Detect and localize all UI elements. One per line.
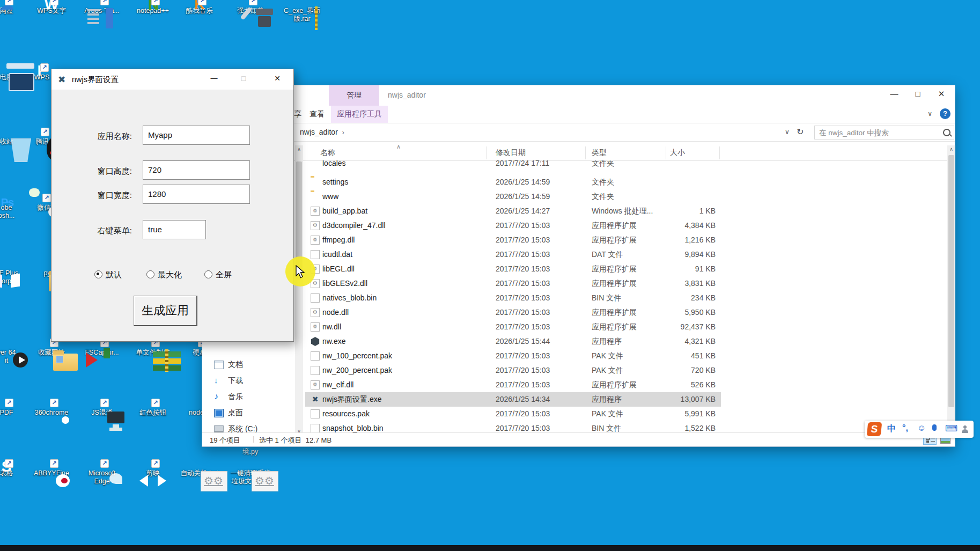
file-type-icon [311, 351, 320, 361]
desktop-icon[interactable]: ↗ 单文件制作 [127, 346, 179, 357]
sogou-logo-icon[interactable]: S [867, 422, 882, 436]
shortcut-arrow-icon: ↗ [50, 459, 58, 468]
text-input[interactable]: Myapp [143, 126, 250, 145]
ribbon-collapse-icon[interactable]: ∨ [927, 110, 932, 117]
breadcrumb[interactable]: nwjs_aditor› [300, 128, 344, 136]
file-row[interactable]: ⚙ nw.dll 2017/7/20 15:03 应用程序扩展 92,437 K… [202, 320, 955, 334]
maximize-button[interactable]: □ [906, 85, 930, 104]
desktop-icon[interactable]: ⚙⚙ 自动关机.bat [174, 467, 225, 477]
shortcut-arrow-icon: ↗ [198, 0, 207, 5]
desktop-icon[interactable]: K♪♪ ↗ 酷我音乐 [174, 4, 225, 15]
file-row[interactable]: locales 2017/7/24 17:11 文件夹 [202, 160, 955, 171]
file-row[interactable]: resources.pak 2017/7/20 15:03 PAK 文件 5,9… [202, 407, 955, 421]
file-row[interactable]: ✖ nwjs界面设置.exe 2026/1/25 14:34 应用程序 13,0… [202, 392, 955, 407]
file-row[interactable]: natives_blob.bin 2017/7/20 15:03 BIN 文件 … [202, 291, 955, 305]
file-name: nw_200_percent.pak [322, 366, 392, 374]
desktop-icon[interactable]: ↗ 收藏网址 [26, 346, 77, 357]
file-name: ffmpeg.dll [322, 236, 355, 244]
file-row[interactable]: settings 2026/1/25 14:59 文件夹 [202, 175, 955, 189]
radio-label[interactable]: 默认 [106, 270, 122, 280]
file-date: 2026/1/25 15:44 [496, 337, 550, 346]
ime-emoji-icon[interactable]: ☺ [917, 423, 926, 433]
file-row[interactable]: ⚙ build_app.bat 2026/1/25 14:27 Windows … [202, 204, 955, 218]
scroll-up-icon[interactable]: ∧ [947, 145, 955, 153]
file-row[interactable]: ⚙ node.dll 2017/7/20 15:03 应用程序扩展 5,950 … [202, 305, 955, 320]
text-input[interactable]: 720 [143, 160, 250, 180]
desktop-icon[interactable]: ↗ 强力卸载 [225, 4, 276, 15]
ime-chinese-mode-icon[interactable]: 中 [887, 423, 896, 435]
address-dropdown-icon[interactable]: ∨ [785, 128, 790, 136]
file-date: 2017/7/24 17:11 [496, 160, 549, 167]
file-date: 2017/7/20 15:03 [496, 250, 550, 259]
generate-app-button[interactable]: 生成应用 [134, 296, 197, 326]
desktop-icon[interactable]: W ↗ WPS文字 [26, 4, 77, 15]
shortcut-arrow-icon: ↗ [249, 0, 257, 5]
file-row[interactable]: nw.exe 2026/1/25 15:44 应用程序 4,321 KB [202, 334, 955, 349]
dialog-titlebar[interactable]: ✖ nwjs界面设置 — □ ✕ [51, 69, 293, 90]
file-size: 1,216 KB [631, 236, 716, 244]
address-bar[interactable]: nwjs_aditor› ∨ ↻ 在 nwjs_aditor 中搜索 [202, 124, 955, 142]
search-icon [943, 129, 950, 136]
file-type: 应用程序扩展 [592, 279, 637, 289]
refresh-icon[interactable]: ↻ [797, 127, 804, 137]
radio-label[interactable]: 最大化 [158, 270, 182, 280]
scroll-up-icon[interactable]: ∧ [295, 145, 303, 153]
radio-3[interactable] [204, 270, 212, 278]
tab-application-tools[interactable]: 应用程序工具 [331, 106, 388, 123]
column-header-name[interactable]: 名称 [320, 148, 335, 158]
file-row[interactable]: nw_100_percent.pak 2017/7/20 15:03 PAK 文… [202, 349, 955, 363]
sidebar-item-label: 文档 [228, 360, 243, 370]
field-label: 右键菜单: [83, 226, 132, 236]
help-icon[interactable]: ? [940, 108, 950, 119]
desktop-icon[interactable]: ⚙⚙ 一键清理系统 垃圾文件.bat [225, 467, 276, 486]
search-input[interactable]: 在 nwjs_aditor 中搜索 [814, 126, 954, 139]
column-header-date[interactable]: 修改日期 [496, 148, 526, 158]
radio-2[interactable] [146, 270, 154, 278]
column-header-size[interactable]: 大小 [670, 148, 685, 158]
text-input[interactable]: true [143, 220, 206, 239]
si-music-icon: ♪ [214, 393, 223, 400]
manage-contextual-tab[interactable]: 管理 [329, 85, 379, 106]
file-row[interactable]: ⚙ nw_elf.dll 2017/7/20 15:03 应用程序扩展 526 … [202, 378, 955, 392]
ime-microphone-icon[interactable] [932, 423, 937, 433]
ime-punctuation-icon[interactable]: °, [902, 423, 908, 433]
ime-toolbox-icon[interactable] [961, 425, 969, 433]
nav-pane-scrollbar[interactable]: ∧ ∨ [295, 145, 303, 436]
file-row[interactable]: icudtl.dat 2017/7/20 15:03 DAT 文件 9,894 … [202, 247, 955, 262]
file-type: 应用程序扩展 [592, 308, 637, 318]
desktop-icon[interactable]: ↗ Microsoft Edge [76, 467, 128, 486]
radio-1[interactable] [94, 270, 102, 278]
taskbar[interactable] [0, 545, 980, 551]
desktop-icon[interactable]: ↗ Argos-Tra... [76, 4, 128, 15]
file-row[interactable]: ⚙ libGLESv2.dll 2017/7/20 15:03 应用程序扩展 3… [202, 276, 955, 291]
file-date: 2017/7/20 15:03 [496, 322, 550, 331]
desktop-icon[interactable]: N ↗ notepad++ [127, 4, 179, 15]
text-input[interactable]: 1280 [143, 185, 250, 204]
file-name: nwjs界面设置.exe [322, 395, 381, 405]
file-row[interactable]: ⚙ d3dcompiler_47.dll 2017/7/20 15:03 应用程… [202, 218, 955, 233]
minimize-button[interactable]: — [882, 85, 906, 104]
file-list-scrollbar[interactable]: ∧ ∨ [947, 145, 955, 436]
desktop-icon[interactable]: ↗ JS混淆 [76, 406, 128, 417]
file-row[interactable]: nw_200_percent.pak 2017/7/20 15:03 PAK 文… [202, 363, 955, 378]
dialog-close-button[interactable]: ✕ [265, 69, 290, 89]
file-type-icon [311, 409, 320, 418]
file-name: snapshot_blob.bin [322, 424, 384, 432]
dialog-minimize-button[interactable]: — [202, 69, 226, 89]
ime-keyboard-icon[interactable]: ⌨ [945, 423, 957, 434]
desktop-icon[interactable]: ↗ ABBYYFine [26, 467, 77, 477]
file-row[interactable]: ⚙ ffmpeg.dll 2017/7/20 15:03 应用程序扩展 1,21… [202, 233, 955, 247]
file-row[interactable]: www 2026/1/25 14:59 文件夹 [202, 189, 955, 204]
close-button[interactable]: ✕ [930, 85, 953, 104]
desktop-icon[interactable]: ↗ 360chrome [26, 406, 77, 417]
chevron-right-icon: › [342, 129, 344, 136]
radio-label[interactable]: 全屏 [216, 270, 232, 280]
tab-share-fragment[interactable]: 享 [294, 109, 301, 119]
tab-view[interactable]: 查看 [310, 109, 325, 119]
desktop-icon[interactable]: ↗ 剪映 [127, 467, 179, 477]
shortcut-arrow-icon: ↗ [50, 399, 58, 407]
desktop-icon[interactable]: C_exe_界面 版.rar [276, 4, 328, 23]
desktop-icon[interactable]: ↗ FSCaptur... [76, 346, 128, 357]
column-header-type[interactable]: 类型 [592, 148, 607, 158]
shortcut-arrow-icon: ↗ [5, 399, 13, 407]
